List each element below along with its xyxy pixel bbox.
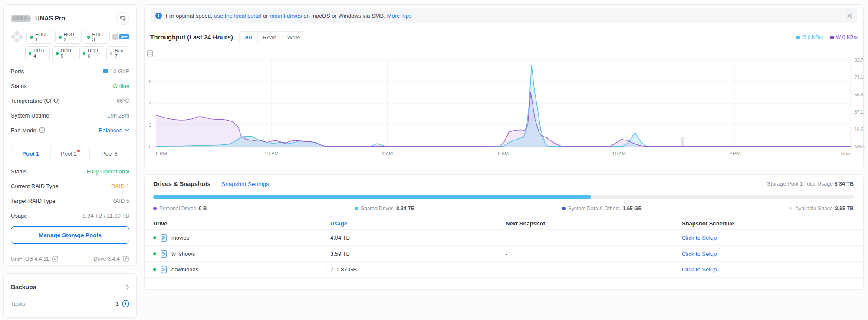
snapshot-schedule-setup-link[interactable]: Click to Setup: [682, 251, 863, 257]
unas-dashboard: UNAS Pro HDD 1 HDD 2 HDD 3 SFP HDD 4 HDD…: [0, 0, 868, 320]
col-next-snapshot: Next Snapshot: [506, 220, 682, 227]
legend-system: System Data & Others1.65 GB: [562, 206, 642, 212]
info-icon[interactable]: [39, 127, 45, 133]
chevron-right-icon: [126, 284, 129, 290]
bay-badge-bay7[interactable]: Bay 7: [106, 46, 129, 60]
info-row-uptime: System Uptime 19h 28m: [11, 108, 129, 123]
available-swatch: [789, 207, 792, 210]
bay-badge-hdd2[interactable]: HDD 2: [55, 30, 82, 44]
drive-status-dot: [153, 236, 156, 239]
total-usage: Storage Pool 1 Total Usage 8.34 TB: [767, 181, 854, 187]
close-icon: [847, 13, 852, 19]
fan-mode-select[interactable]: Balanced: [99, 127, 129, 134]
drive-usage: 4.04 TB: [330, 235, 506, 241]
throughput-panel: For optimal speed, use the local portal …: [144, 4, 864, 170]
device-settings-button[interactable]: [116, 12, 129, 25]
axis-label: 6 AM: [490, 151, 516, 156]
banner-close-button[interactable]: [847, 13, 852, 19]
unifi-os-version: UniFi OS 4.4.11: [11, 256, 49, 262]
changelog-icon[interactable]: [52, 255, 59, 262]
status-dot: [30, 36, 33, 39]
status-dot: [87, 36, 90, 39]
drive-bays: HDD 1 HDD 2 HDD 3 SFP HDD 4 HDD 5 HDD 6 …: [11, 30, 129, 60]
axis-label: 6 PM: [156, 151, 167, 156]
table-row[interactable]: tv_shows 3.59 TB - Click to Setup: [145, 245, 863, 261]
snapshot-schedule-setup-link[interactable]: Click to Setup: [682, 235, 863, 241]
usage-legend: Personal Drives0 B Shared Drives8.34 TB …: [145, 206, 863, 212]
bay-badge-hdd4[interactable]: HDD 4: [25, 46, 50, 60]
drives-title: Drives & Snapshots: [153, 180, 210, 187]
legend-available: Available Space3.65 TB: [789, 206, 854, 212]
throughput-chart[interactable]: 0246MB/s18.637.155.674.192.76 PM10 PM2 A…: [145, 53, 863, 165]
backups-row[interactable]: Backups: [11, 279, 129, 295]
shared-drive-icon: [161, 234, 167, 242]
sfp-port-indicator: SFP: [112, 34, 129, 40]
pool-tabs: Pool 1 Pool 2 Pool 3: [11, 146, 129, 161]
status-value: Online: [113, 83, 129, 89]
axis-label: 74.1: [855, 75, 863, 80]
drive-usage: 711.87 GB: [330, 266, 506, 273]
tab-pool-2[interactable]: Pool 2: [50, 146, 90, 161]
drives-header: Drives & Snapshots Snapshot Settings Sto…: [153, 180, 854, 187]
status-dot: [56, 52, 58, 55]
drive-status-dot: [153, 268, 156, 271]
table-row[interactable]: downloads 711.87 GB - Click to Setup: [145, 261, 863, 278]
snapshot-schedule-setup-link[interactable]: Click to Setup: [682, 266, 863, 273]
bay-badge-hdd5[interactable]: HDD 5: [52, 46, 77, 60]
bay-badge-hdd6[interactable]: HDD 6: [79, 46, 104, 60]
fan-icon: [11, 31, 23, 43]
status-dot: [83, 52, 85, 55]
axis-label: 55.6: [855, 92, 863, 97]
shared-swatch: [355, 207, 358, 210]
snapshot-settings-link[interactable]: Snapshot Settings: [221, 181, 269, 187]
axis-label: Now: [832, 151, 851, 156]
port-10gbe-icon: [103, 69, 108, 73]
axis-label: 0: [145, 144, 151, 149]
chevron-down-icon: [125, 129, 129, 132]
next-snapshot-value: -: [506, 251, 682, 257]
tab-write[interactable]: Write: [282, 32, 306, 43]
speed-tip-banner: For optimal speed, use the local portal …: [150, 8, 858, 23]
legend-shared: Shared Drives8.34 TB: [355, 206, 415, 212]
axis-label: MB/s: [855, 144, 865, 149]
tasks-row: Tasks 1: [11, 295, 129, 312]
info-filled-icon: [155, 13, 162, 19]
pool-row-status: Status Fully Operational: [11, 164, 129, 179]
sfp-port-icon: [112, 34, 118, 40]
device-thumbnail: [11, 15, 31, 22]
tasks-count: 1: [116, 300, 119, 307]
more-tips-link[interactable]: More Tips: [387, 13, 411, 19]
axis-label: 2 PM: [722, 151, 748, 156]
mount-drives-link[interactable]: mount drives: [270, 13, 302, 19]
changelog-icon[interactable]: [122, 255, 129, 262]
nas-gear-icon: [119, 15, 126, 22]
tasks-label: Tasks: [11, 300, 25, 307]
bay-badge-hdd1[interactable]: HDD 1: [26, 30, 53, 44]
axis-label: 2: [145, 122, 151, 127]
local-portal-link[interactable]: use the local portal: [214, 13, 261, 19]
tab-pool-1[interactable]: Pool 1: [11, 146, 50, 161]
divider: [11, 141, 129, 141]
pool-row-current-raid: Current RAID Type RAID 1: [11, 179, 129, 193]
device-name: UNAS Pro: [35, 15, 65, 22]
banner-text: For optimal speed, use the local portal …: [166, 13, 411, 19]
drive-status-dot: [153, 252, 156, 255]
status-dot: [59, 36, 62, 39]
bay-badge-hdd3[interactable]: HDD 3: [84, 30, 110, 44]
drive-name: downloads: [171, 266, 198, 273]
status-dot: [29, 52, 31, 55]
tab-pool-3[interactable]: Pool 3: [89, 146, 129, 161]
device-header: UNAS Pro: [11, 12, 129, 25]
add-task-icon[interactable]: [122, 300, 129, 307]
system-swatch: [562, 207, 566, 210]
table-row[interactable]: movies 4.04 TB - Click to Setup: [145, 229, 863, 245]
version-footer: UniFi OS 4.4.11 Drive 3.4.4: [11, 255, 129, 262]
read-swatch: [796, 36, 800, 39]
tab-all[interactable]: All: [240, 32, 257, 43]
col-usage[interactable]: Usage: [330, 220, 506, 227]
manage-storage-pools-button[interactable]: Manage Storage Pools: [11, 226, 129, 244]
tab-read[interactable]: Read: [257, 32, 282, 43]
legend-read: R 0 KB/s: [796, 34, 823, 40]
usage-bar-fill: [153, 195, 591, 199]
drive-name: tv_shows: [171, 251, 195, 257]
